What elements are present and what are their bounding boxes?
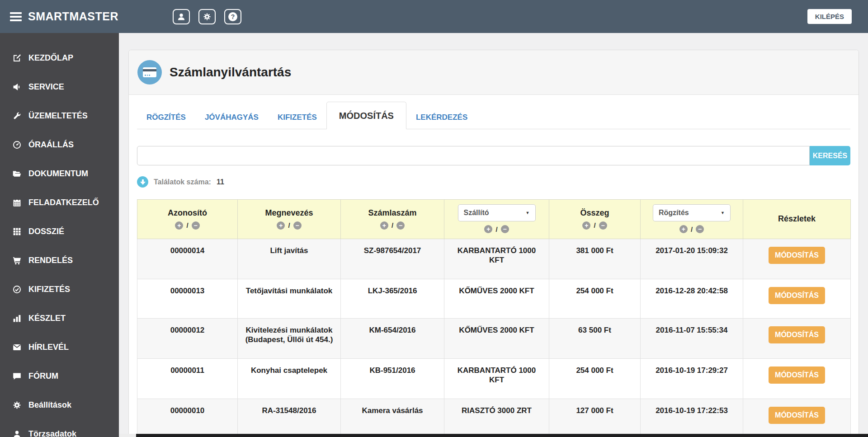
user-icon [177,12,186,21]
sidebar-item-beallitasok[interactable]: Beállítások [0,390,119,419]
cell-id: 00000013 [137,279,238,319]
sidebar-item-oraallas[interactable]: ÓRAÁLLÁS [0,130,119,159]
search-row: KERESÉS [137,146,850,165]
search-button[interactable]: KERESÉS [810,146,850,165]
sort-desc-icon[interactable]: − [293,221,302,230]
cell-id: 00000012 [137,319,238,359]
sort-asc-icon[interactable]: + [582,221,590,230]
sidebar-item-forum[interactable]: FÓRUM [0,362,119,390]
sidebar-item-dokumentum[interactable]: DOKUMENTUM [0,159,119,188]
table-row: 00000012 Kivitelezési munkálatok (Budape… [137,319,851,359]
sidebar-item-keszlet[interactable]: KÉSZLET [0,304,119,333]
user-profile-button[interactable] [173,9,190,24]
modify-button[interactable]: MÓDOSÍTÁS [769,367,825,384]
tab-jovahagyas[interactable]: JÓVÁHAGYÁS [195,107,268,129]
cell-supplier: RIASZTÓ 3000 ZRT [444,399,549,437]
arrow-down-icon[interactable] [137,176,148,188]
table-header-row: Azonosító + / − Megnevezés + / − [137,200,851,239]
grid-icon [12,227,22,236]
sidebar-item-feladatkezelo[interactable]: FELADATKEZELŐ [0,188,119,217]
column-header-rogzites: Rögzítés ▼ + / − [641,200,743,239]
settings-button[interactable] [198,9,216,24]
cell-supplier: KARBANTARTÓ 1000 KFT [444,359,549,399]
app-brand: SMARTMASTER [28,10,118,23]
check-circle-icon [12,285,22,294]
logout-button[interactable]: KILÉPÉS [807,9,852,24]
help-button[interactable]: ? [224,9,241,24]
cell-action: MÓDOSÍTÁS [743,319,851,359]
cell-supplier: KŐMŰVES 2000 KFT [444,279,549,319]
wrench-icon [12,111,22,121]
sort-desc-icon[interactable]: − [599,221,607,230]
modify-button[interactable]: MÓDOSÍTÁS [769,407,825,424]
sidebar-item-kifizetes[interactable]: KIFIZETÉS [0,275,119,304]
cell-supplier: KŐMŰVES 2000 KFT [444,319,549,359]
table-row: 00000010 RA-31548/2016 Kamera vásárlás R… [137,399,851,437]
sort-desc-icon[interactable]: − [396,221,405,230]
cell-action: MÓDOSÍTÁS [743,239,851,279]
cell-id: 00000011 [137,359,238,399]
pencil-square-icon [12,53,22,63]
sidebar-item-hirlevel[interactable]: HÍRLEVÉL [0,333,119,362]
cell-id: 00000010 [137,399,238,437]
sidebar-item-torzsadatok[interactable]: Törzsadatok [0,419,119,437]
sidebar-item-service[interactable]: SERVICE [0,72,119,101]
modify-button[interactable]: MÓDOSÍTÁS [769,287,825,304]
envelope-icon [12,343,22,352]
gauge-icon [12,140,22,150]
caret-down-icon: ▼ [721,211,725,215]
cell-name: Lift javítás [238,239,341,279]
caret-down-icon: ▼ [526,211,530,215]
scrollbar-thumb[interactable] [136,434,868,437]
table-row: 00000014 Lift javítás SZ-987654/2017 KAR… [137,239,851,279]
tab-modositas[interactable]: MÓDOSÍTÁS [326,102,406,129]
sort-asc-icon[interactable]: + [175,221,183,230]
sidebar-item-uzemeltetes[interactable]: ÜZEMELTETÉS [0,101,119,130]
comment-icon [12,371,22,381]
gear-icon [12,400,22,410]
tab-lekerdezes[interactable]: LEKÉRDEZÉS [406,107,477,129]
search-input[interactable] [137,146,810,165]
menu-toggle-icon[interactable] [10,10,22,23]
results-row: Találatok száma: 11 [137,176,859,188]
cell-amount: 127 000 Ft [549,399,641,437]
sort-desc-icon[interactable]: − [696,225,704,233]
horizontal-scrollbar[interactable] [119,434,868,437]
cell-recorded: 2016-10-19 17:29:27 [641,359,743,399]
question-icon: ? [228,12,237,21]
column-header-osszeg: Összeg + / − [549,200,641,239]
column-header-reszletek: Részletek [743,200,851,239]
cell-recorded: 2017-01-20 15:09:32 [641,239,743,279]
sidebar-item-dosszie[interactable]: DOSSZIÉ [0,217,119,246]
table-row: 00000013 Tetőjavítási munkálatok LKJ-365… [137,279,851,319]
cell-name: Kivitelezési munkálatok (Budapest, Üllői… [238,319,341,359]
modify-button[interactable]: MÓDOSÍTÁS [769,247,825,264]
sort-asc-icon[interactable]: + [277,221,285,230]
cell-name: Tetőjavítási munkálatok [238,279,341,319]
sort-desc-icon[interactable]: − [501,225,509,233]
sidebar-nav: KEZDŐLAP SERVICE ÜZEMELTETÉS ÓRAÁLLÁS DO… [0,33,119,437]
cart-icon [12,256,22,265]
calendar-icon [12,198,22,207]
page-title: Számlanyilvántartás [170,65,291,80]
recorded-filter-select[interactable]: Rögzítés ▼ [653,204,731,221]
tab-kifizetes[interactable]: KIFIZETÉS [268,107,326,129]
cell-recorded: 2016-10-19 17:22:53 [641,399,743,437]
supplier-filter-select[interactable]: Szállító ▼ [458,204,536,221]
cell-action: MÓDOSÍTÁS [743,399,851,437]
sort-desc-icon[interactable]: − [192,221,200,230]
table-row: 00000011 Konyhai csaptelepek KB-951/2016… [137,359,851,399]
modify-button[interactable]: MÓDOSÍTÁS [769,326,825,343]
topbar-icon-group: ? [173,9,241,24]
results-label: Találatok száma: [154,178,211,186]
sort-asc-icon[interactable]: + [679,225,688,233]
cell-amount: 381 000 Ft [549,239,641,279]
cell-action: MÓDOSÍTÁS [743,359,851,399]
sidebar-item-kezdolap[interactable]: KEZDŐLAP [0,43,119,72]
tab-rogzites[interactable]: RÖGZÍTÉS [137,107,195,129]
cell-invoice: Kamera vásárlás [341,399,444,437]
sidebar-item-rendeles[interactable]: RENDELÉS [0,246,119,275]
cell-name: Konyhai csaptelepek [238,359,341,399]
sort-asc-icon[interactable]: + [380,221,388,230]
sort-asc-icon[interactable]: + [484,225,492,233]
